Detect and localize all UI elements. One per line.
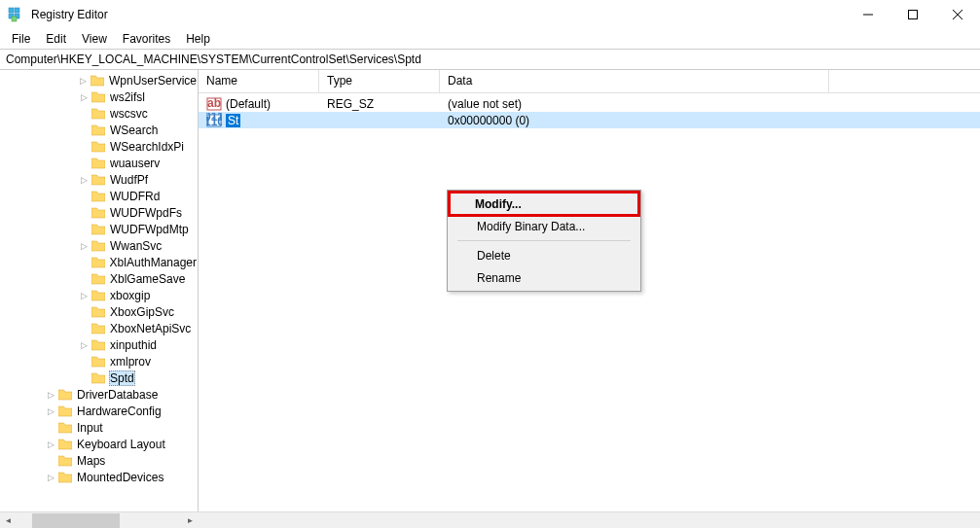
menu-favorites[interactable]: Favorites <box>115 30 178 48</box>
tree-label: wuauserv <box>109 157 161 170</box>
column-name[interactable]: Name <box>199 70 319 92</box>
tree-label: WudfPf <box>109 173 149 187</box>
value-data: 0x00000000 (0) <box>440 114 829 127</box>
folder-icon <box>91 272 106 286</box>
tree-item[interactable]: WUDFWpdFs <box>0 204 198 221</box>
address-path: Computer\HKEY_LOCAL_MACHINE\SYSTEM\Curre… <box>6 53 421 66</box>
app-icon <box>8 7 23 22</box>
tree-item[interactable]: ▷WwanSvc <box>0 237 198 254</box>
folder-icon <box>91 74 105 88</box>
tree-item[interactable]: ▷xinputhid <box>0 336 198 353</box>
expand-icon[interactable]: ▷ <box>78 175 90 185</box>
expand-icon[interactable]: ▷ <box>78 76 90 86</box>
tree-label: WUDFWpdFs <box>109 206 183 220</box>
tree-item[interactable]: ▷xboxgip <box>0 287 198 303</box>
folder-icon <box>91 206 106 220</box>
tree-item[interactable]: wuauserv <box>0 155 198 171</box>
tree-item[interactable]: XboxGipSvc <box>0 303 198 320</box>
folder-icon <box>57 438 73 451</box>
list-row[interactable]: ab(Default)REG_SZ(value not set) <box>199 95 980 112</box>
folder-icon <box>91 90 106 104</box>
minimize-button[interactable] <box>846 0 890 29</box>
string-value-icon: ab <box>206 96 222 112</box>
tree-label: MountedDevices <box>76 471 164 484</box>
folder-icon <box>91 289 106 302</box>
value-name: St <box>226 114 240 127</box>
scroll-thumb[interactable] <box>32 513 120 528</box>
tree-item[interactable]: wscsvc <box>0 105 198 122</box>
tree-label: WSearchIdxPi <box>109 140 185 154</box>
tree-item[interactable]: ▷WpnUserService <box>0 72 198 88</box>
folder-icon <box>57 454 73 468</box>
window-controls <box>846 0 980 29</box>
column-data[interactable]: Data <box>440 70 829 92</box>
folder-icon <box>57 421 73 435</box>
tree-item[interactable]: Sptd <box>0 370 198 386</box>
close-button[interactable] <box>935 0 980 29</box>
binary-value-icon: 011110 <box>206 113 222 128</box>
folder-icon <box>91 173 106 187</box>
tree-label: WpnUserService <box>108 74 198 88</box>
tree-item[interactable]: XblGameSave <box>0 270 198 287</box>
list-pane[interactable]: Name Type Data ab(Default)REG_SZ(value n… <box>199 70 980 511</box>
tree-item[interactable]: Input <box>0 419 198 436</box>
tree-item[interactable]: ▷WudfPf <box>0 171 198 188</box>
tree-item[interactable]: xmlprov <box>0 353 198 370</box>
maximize-button[interactable] <box>890 0 935 29</box>
tree-label: Input <box>76 421 104 435</box>
tree-item[interactable]: ▷DriverDatabase <box>0 386 198 403</box>
list-row[interactable]: 011110St0x00000000 (0) <box>199 112 980 128</box>
expand-icon[interactable]: ▷ <box>78 291 90 300</box>
context-menu-item[interactable]: Rename <box>450 266 638 289</box>
tree-item[interactable]: ▷MountedDevices <box>0 469 198 485</box>
menu-edit[interactable]: Edit <box>38 30 74 48</box>
menu-file[interactable]: File <box>4 30 38 48</box>
address-bar[interactable]: Computer\HKEY_LOCAL_MACHINE\SYSTEM\Curre… <box>0 49 980 70</box>
tree-item[interactable]: ▷Keyboard Layout <box>0 436 198 452</box>
tree-item[interactable]: WUDFRd <box>0 188 198 204</box>
tree-label: XboxNetApiSvc <box>109 322 192 335</box>
folder-icon <box>57 388 73 402</box>
tree-item[interactable]: Maps <box>0 452 198 469</box>
context-menu-item[interactable]: Delete <box>450 244 638 266</box>
folder-icon <box>57 471 73 484</box>
content-area: ▷WpnUserService▷ws2ifslwscsvcWSearchWSea… <box>0 70 980 511</box>
folder-icon <box>91 322 106 335</box>
context-menu-item[interactable]: Modify Binary Data... <box>450 215 638 237</box>
expand-icon[interactable]: ▷ <box>78 241 90 251</box>
expand-icon[interactable]: ▷ <box>45 390 56 400</box>
folder-icon <box>91 140 106 154</box>
value-name: (Default) <box>226 97 271 111</box>
expand-icon[interactable]: ▷ <box>45 473 56 482</box>
scroll-left-button[interactable]: ◄ <box>0 513 17 528</box>
tree-item[interactable]: ▷ws2ifsl <box>0 88 198 105</box>
folder-icon <box>91 123 106 137</box>
menu-help[interactable]: Help <box>178 30 218 48</box>
tree-item[interactable]: WSearchIdxPi <box>0 138 198 155</box>
context-separator <box>457 240 631 241</box>
tree-item[interactable]: ▷HardwareConfig <box>0 403 198 419</box>
tree-pane[interactable]: ▷WpnUserService▷ws2ifslwscsvcWSearchWSea… <box>0 70 199 511</box>
folder-icon <box>91 338 106 352</box>
column-type[interactable]: Type <box>319 70 440 92</box>
expand-icon[interactable]: ▷ <box>78 340 90 350</box>
expand-icon[interactable]: ▷ <box>45 406 56 416</box>
tree-item[interactable]: WSearch <box>0 122 198 138</box>
menu-view[interactable]: View <box>74 30 115 48</box>
svg-rect-4 <box>12 17 17 21</box>
tree-label: XblGameSave <box>109 272 186 286</box>
tree-item[interactable]: WUDFWpdMtp <box>0 221 198 237</box>
scroll-right-button[interactable]: ► <box>182 513 199 528</box>
horizontal-scrollbar[interactable]: ◄ ► <box>0 512 199 528</box>
tree-item[interactable]: XblAuthManager <box>0 254 198 270</box>
svg-rect-6 <box>909 11 918 19</box>
context-menu-item[interactable]: Modify... <box>448 191 640 217</box>
tree-label: WSearch <box>109 123 159 137</box>
tree-item[interactable]: XboxNetApiSvc <box>0 320 198 336</box>
tree-label: XboxGipSvc <box>109 305 175 319</box>
expand-icon[interactable]: ▷ <box>45 440 56 449</box>
expand-icon[interactable]: ▷ <box>78 92 90 102</box>
folder-icon <box>91 355 106 369</box>
folder-icon <box>91 239 106 253</box>
folder-icon <box>57 405 73 418</box>
